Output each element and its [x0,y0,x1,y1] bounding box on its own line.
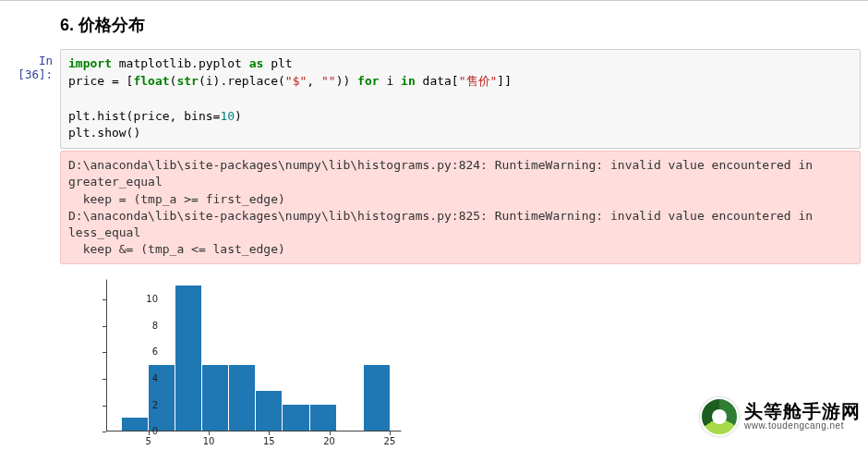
code-text: plt.hist(price, bins= [68,109,220,123]
watermark-logo-icon [700,397,739,436]
code-text: plt [263,56,292,70]
code-text: , [307,74,321,88]
code-input[interactable]: import matplotlib.pyplot as plt price = … [60,49,861,149]
x-tick-label: 25 [380,436,399,446]
notebook-cell: In [36]: import matplotlib.pyplot as plt… [0,49,868,149]
code-text: ) [235,109,242,123]
x-tick-label: 15 [259,436,278,446]
code-text: i [380,74,401,88]
histogram-bar [283,405,309,432]
code-text: ]] [497,74,512,88]
histogram-bar [364,365,391,432]
string-lit: "售价" [459,74,498,88]
histogram-chart: 0246810510152025 [71,274,422,458]
number-lit: 10 [220,109,235,123]
kw-import: import [68,56,112,70]
histogram-bar [310,405,337,432]
watermark-url: www.toudengcang.net [744,421,861,432]
histogram-bar [256,391,283,431]
kw-for: for [357,74,379,88]
y-tick-label: 4 [130,373,158,383]
histogram-bar [175,286,202,432]
string-lit: "" [321,74,336,88]
histogram-bar [229,365,256,432]
code-text: matplotlib.pyplot [112,56,249,70]
code-text: price = [ [68,74,133,88]
x-tick-label: 10 [199,436,218,446]
kw-as: as [249,56,264,70]
x-tick-label: 5 [139,436,158,446]
runtime-warning: D:\anaconda\lib\site-packages\numpy\lib\… [60,151,861,264]
code-text: data[ [416,74,459,88]
code-text: plt.show() [68,126,140,140]
watermark: 头等舱手游网 www.toudengcang.net [700,397,861,436]
watermark-title: 头等舱手游网 [744,402,861,421]
kw-in: in [401,74,416,88]
y-tick-label: 8 [130,321,158,331]
y-tick-label: 10 [130,294,158,304]
x-tick-label: 20 [320,436,339,446]
y-tick-label: 6 [130,346,158,357]
section-heading: 6. 价格分布 [0,1,868,49]
builtin-str: str [176,74,198,88]
y-tick-label: 0 [130,426,158,436]
histogram-bar [202,365,229,432]
code-text: )) [336,74,357,88]
builtin-float: float [133,74,169,88]
string-lit: "$" [285,74,307,88]
y-tick-label: 2 [130,400,158,410]
cell-prompt: In [36]: [0,49,60,149]
code-text: (i).replace( [199,74,285,88]
